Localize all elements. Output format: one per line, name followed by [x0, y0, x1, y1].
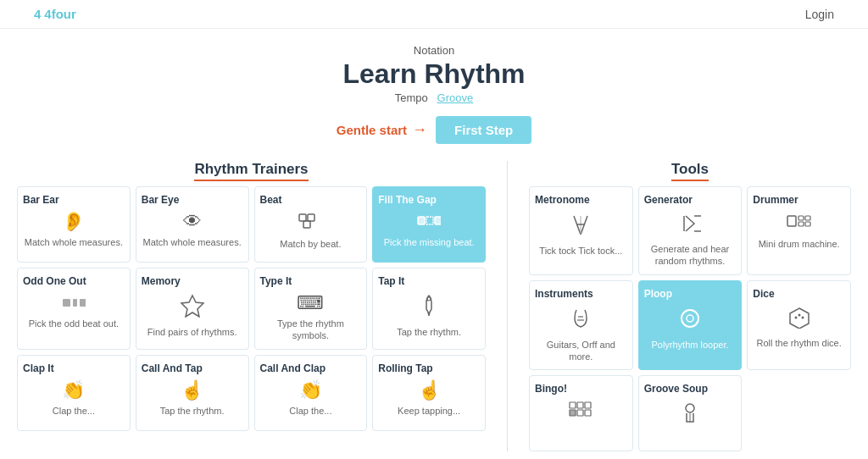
svg-point-26	[687, 315, 693, 322]
gentle-start-label: Gentle start →	[337, 121, 427, 139]
svg-rect-22	[805, 222, 810, 226]
card-instruments[interactable]: Instruments Guitars, Orff and more.	[529, 280, 633, 371]
card-groove-soup-icon	[680, 401, 700, 429]
tools-section-title-wrap: Tools	[529, 161, 851, 178]
card-memory[interactable]: Memory Find pairs of rhythms.	[136, 268, 249, 350]
card-bar-ear-title: Bar Ear	[23, 194, 125, 206]
groove-label[interactable]: Groove	[437, 91, 474, 104]
card-dice-icon	[788, 307, 810, 332]
card-metronome-icon	[570, 213, 591, 240]
svg-rect-1	[308, 214, 314, 221]
card-odd-one-out[interactable]: Odd One Out Pick the odd beat out.	[17, 268, 131, 350]
card-metronome[interactable]: Metronome Tick tock Tick tock...	[529, 186, 633, 275]
card-bar-eye[interactable]: Bar Eye 👁 Match whole measures.	[136, 186, 249, 263]
card-fill-the-gap-desc: Pick the missing beat.	[384, 236, 475, 248]
card-instruments-icon	[570, 307, 592, 334]
svg-point-10	[427, 297, 431, 301]
svg-rect-35	[585, 410, 591, 416]
card-clap-it-icon: 👏	[62, 381, 85, 400]
hero-cta: Gentle start → First Step	[0, 116, 868, 144]
card-bar-ear-icon: 👂	[62, 213, 85, 231]
card-call-and-clap-icon: 👏	[299, 381, 322, 400]
card-bar-eye-icon: 👁	[183, 213, 202, 231]
rhythm-section-title: Rhythm Trainers	[194, 161, 308, 181]
card-metronome-title: Metronome	[535, 194, 627, 206]
hero-subtitle: Tempo Groove	[0, 91, 868, 104]
card-rolling-tap-desc: Keep tapping...	[398, 405, 460, 417]
main-content: Rhythm Trainers Bar Ear 👂 Match whole me…	[0, 152, 868, 451]
tempo-label: Tempo	[395, 91, 428, 104]
logo-text: 4four	[44, 7, 76, 21]
card-tap-it-desc: Tap the rhythm.	[397, 326, 461, 338]
card-call-and-clap[interactable]: Call And Clap 👏 Clap the...	[254, 355, 368, 431]
card-beat-title: Beat	[260, 194, 362, 206]
svg-rect-31	[577, 402, 583, 408]
svg-rect-18	[787, 216, 796, 226]
svg-point-25	[682, 310, 698, 327]
card-groove-soup[interactable]: Groove Soup	[638, 375, 743, 451]
card-call-and-tap-desc: Tap the rhythm.	[160, 405, 225, 417]
svg-rect-7	[73, 299, 77, 307]
svg-point-27	[794, 316, 797, 318]
section-divider	[507, 161, 508, 451]
card-bingo-title: Bingo!	[535, 383, 627, 395]
login-button[interactable]: Login	[805, 8, 834, 21]
svg-line-12	[581, 216, 587, 235]
card-odd-one-out-icon	[62, 294, 86, 312]
card-bingo-icon	[569, 401, 593, 425]
hero-title: Learn Rhythm	[0, 58, 868, 90]
logo[interactable]: 44four	[34, 7, 80, 21]
svg-rect-3	[418, 217, 425, 224]
first-step-button[interactable]: First Step	[436, 116, 531, 144]
card-ploop[interactable]: Ploop Polyrhythm looper.	[638, 280, 743, 371]
card-call-and-clap-title: Call And Clap	[260, 362, 362, 374]
card-tap-it[interactable]: Tap It Tap the rhythm.	[372, 268, 486, 350]
card-ploop-title: Ploop	[644, 288, 737, 300]
card-beat[interactable]: Beat Match by beat.	[254, 186, 368, 263]
card-fill-the-gap-title: Fill The Gap	[378, 194, 480, 206]
arrow-icon: →	[412, 121, 427, 139]
card-type-it-desc: Type the rhythm symbols.	[260, 318, 362, 342]
card-groove-soup-title: Groove Soup	[644, 383, 737, 395]
svg-rect-4	[426, 217, 433, 224]
card-drummer-icon	[787, 213, 812, 233]
svg-rect-2	[303, 221, 310, 228]
card-fill-the-gap[interactable]: Fill The Gap Pick the missing beat.	[372, 186, 486, 263]
svg-rect-34	[577, 410, 583, 416]
card-type-it-icon: ⌨	[297, 294, 324, 312]
card-clap-it-title: Clap It	[23, 362, 125, 374]
tools-grid: Metronome Tick tock Tick tock... Generat…	[529, 186, 851, 451]
card-bar-ear-desc: Match whole measures.	[25, 236, 123, 248]
svg-marker-9	[181, 296, 203, 317]
card-generator-desc: Generate and hear random rhythms.	[644, 243, 737, 268]
hero-section: Notation Learn Rhythm Tempo Groove Gentl…	[0, 29, 868, 152]
card-bingo[interactable]: Bingo!	[529, 375, 633, 451]
svg-rect-19	[798, 216, 804, 220]
card-beat-desc: Match by beat.	[280, 238, 341, 250]
card-generator-title: Generator	[644, 194, 737, 206]
svg-point-36	[686, 404, 694, 412]
notation-label: Notation	[0, 44, 868, 57]
card-memory-desc: Find pairs of rhythms.	[147, 326, 237, 338]
card-type-it[interactable]: Type It ⌨ Type the rhythm symbols.	[254, 268, 368, 350]
card-call-and-tap[interactable]: Call And Tap ☝ Tap the rhythm.	[136, 355, 249, 431]
card-fill-the-gap-icon	[417, 213, 441, 231]
card-dice[interactable]: Dice Roll the rhythm dice.	[747, 280, 851, 371]
logo-symbol: 4	[34, 7, 41, 21]
svg-rect-33	[570, 410, 576, 416]
card-tap-it-title: Tap It	[378, 275, 480, 287]
card-drummer-desc: Mini drum machine.	[759, 238, 840, 250]
card-bar-ear[interactable]: Bar Ear 👂 Match whole measures.	[17, 186, 131, 263]
card-call-and-tap-title: Call And Tap	[142, 362, 243, 374]
svg-line-11	[574, 216, 581, 235]
card-call-and-tap-icon: ☝	[181, 381, 203, 400]
card-clap-it[interactable]: Clap It 👏 Clap the...	[17, 355, 131, 431]
tools-section-title: Tools	[671, 161, 709, 181]
card-rolling-tap[interactable]: Rolling Tap ☝ Keep tapping...	[372, 355, 486, 431]
card-generator[interactable]: Generator Generate and hear random rhyth…	[638, 186, 743, 275]
card-rolling-tap-title: Rolling Tap	[378, 362, 480, 374]
card-type-it-title: Type It	[260, 275, 362, 287]
card-drummer[interactable]: Drummer Mini drum machine.	[747, 186, 851, 275]
svg-rect-21	[805, 216, 810, 220]
rhythm-section: Rhythm Trainers Bar Ear 👂 Match whole me…	[17, 161, 486, 451]
